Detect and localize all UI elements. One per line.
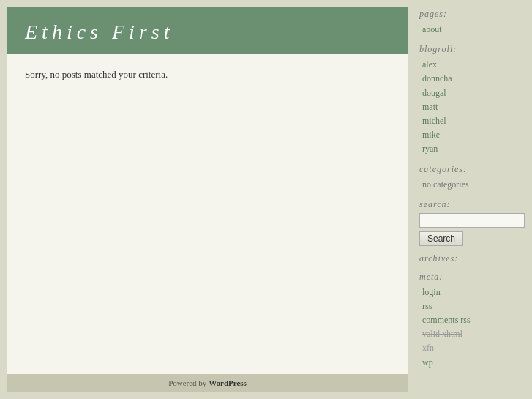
wordpress-link[interactable]: WordPress [209, 379, 247, 387]
blogroll-item-donncha[interactable]: donncha [419, 72, 525, 86]
main-content: Sorry, no posts matched your criteria. [7, 54, 408, 374]
no-posts-message: Sorry, no posts matched your criteria. [25, 69, 390, 81]
site-footer: Powered by WordPress [7, 374, 408, 392]
blogroll-item-alex[interactable]: alex [419, 58, 525, 72]
meta-item-comments-rss[interactable]: comments rss [419, 313, 525, 327]
no-categories-text: no categories [419, 179, 469, 190]
blogroll-item-matt[interactable]: matt [419, 100, 525, 114]
categories-list: no categories [419, 178, 525, 192]
blogroll-item-mike[interactable]: mike [419, 128, 525, 142]
blogroll-item-ryan[interactable]: ryan [419, 142, 525, 156]
meta-item-rss[interactable]: rss [419, 299, 525, 313]
pages-list: about [419, 23, 525, 37]
pages-section-title: pages: [419, 9, 525, 20]
search-area: Search [419, 213, 525, 246]
sidebar: pages: about blogroll: alex donncha doug… [415, 0, 532, 399]
meta-item-valid-xhtml[interactable]: valid xhtml [419, 327, 525, 341]
search-button[interactable]: Search [419, 231, 463, 246]
archives-section-title: archives: [419, 253, 525, 264]
site-title: Ethics First [25, 20, 390, 44]
meta-item-xfn[interactable]: xfn [419, 341, 525, 355]
search-section-title: search: [419, 199, 525, 210]
pages-item-about[interactable]: about [419, 23, 525, 37]
blogroll-item-michel[interactable]: michel [419, 114, 525, 128]
blogroll-section-title: blogroll: [419, 44, 525, 55]
powered-by-text: Powered by [168, 379, 209, 387]
categories-section-title: categories: [419, 164, 525, 175]
meta-list: login rss comments rss valid xhtml xfn w… [419, 286, 525, 370]
blogroll-item-dougal[interactable]: dougal [419, 86, 525, 100]
meta-section-title: meta: [419, 272, 525, 283]
search-input[interactable] [419, 213, 525, 228]
site-header: Ethics First [7, 7, 408, 54]
blogroll-list: alex donncha dougal matt michel mike rya… [419, 58, 525, 156]
meta-item-wp[interactable]: wp [419, 356, 525, 370]
meta-item-login[interactable]: login [419, 286, 525, 299]
